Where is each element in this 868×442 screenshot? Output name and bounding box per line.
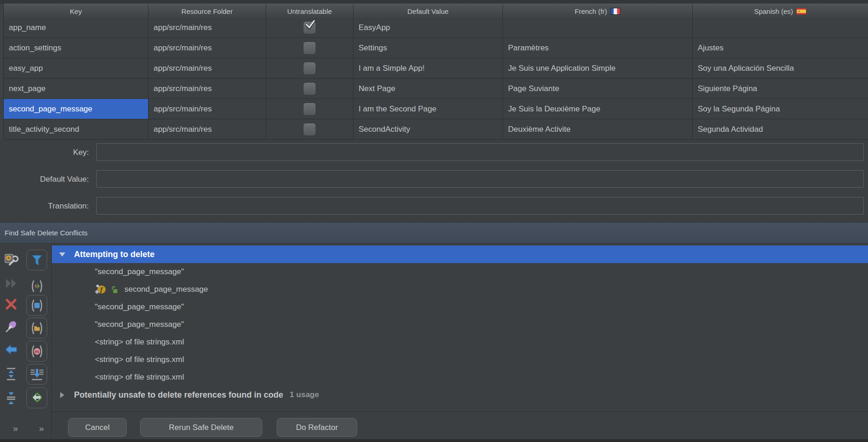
table-row-next_page[interactable]: next_page app/src/main/res Next Page Pag… [4, 79, 868, 99]
rerun-safe-delete-button[interactable]: Rerun Safe Delete [140, 418, 262, 437]
untranslatable-checkbox[interactable] [303, 103, 316, 116]
tree-group-label: Attempting to delete [74, 250, 155, 259]
tree-item[interactable]: "second_page_message" [52, 263, 868, 281]
cell-resource-folder[interactable]: app/src/main/res [149, 119, 266, 139]
cell-spanish[interactable] [693, 18, 868, 37]
cell-untranslatable[interactable] [266, 79, 353, 98]
cell-french[interactable]: Page Suviante [503, 79, 693, 98]
resume-icon[interactable] [3, 275, 19, 292]
column-header-untranslatable[interactable]: Untranslatable [266, 4, 353, 18]
cell-french[interactable]: Je Suis la Deuxième Page [503, 99, 693, 119]
cell-resource-folder[interactable]: app/src/main/res [149, 79, 266, 98]
tri-right-icon[interactable] [58, 392, 66, 399]
cell-default-value[interactable]: I am a Simple App! [353, 58, 503, 78]
translation-field[interactable] [96, 197, 864, 215]
column-header-resource-folder[interactable]: Resource Folder [149, 4, 266, 18]
cell-key[interactable]: title_activity_second [4, 119, 149, 139]
tree-item[interactable]: "second_page_message" [52, 316, 868, 333]
cell-resource-folder[interactable]: app/src/main/res [149, 38, 266, 58]
table-row-action_settings[interactable]: action_settings app/src/main/res Setting… [4, 38, 868, 58]
tree-group-expanded[interactable]: Attempting to delete [52, 246, 868, 263]
spain-flag [796, 8, 806, 15]
table-row-title_activity_second[interactable]: title_activity_second app/src/main/res S… [4, 119, 868, 140]
settings-icon[interactable] [3, 252, 19, 269]
pin-icon[interactable] [3, 318, 19, 335]
cell-spanish[interactable]: Segunda Actividad [693, 119, 868, 139]
group-by-directory-icon[interactable] [26, 318, 47, 338]
tree-item[interactable]: "second_page_message" [52, 298, 868, 316]
unlock-icon [111, 286, 118, 294]
tree-item-label: "second_page_message" [95, 302, 184, 312]
table-row-easy_app[interactable]: easy_app app/src/main/res I am a Simple … [4, 58, 868, 79]
flatten-packages-icon[interactable] [26, 364, 47, 385]
cell-default-value[interactable]: I am the Second Page [353, 99, 503, 119]
tree-group-collapsed[interactable]: Potentially unsafe to delete references … [52, 386, 868, 404]
do-refactor-button[interactable]: Do Refactor [277, 418, 357, 437]
cell-key[interactable]: app_name [4, 18, 149, 37]
collapse-all-icon[interactable] [3, 390, 19, 406]
cell-default-value[interactable]: EasyApp [353, 18, 503, 37]
column-header-french-fr[interactable]: French (fr) [503, 4, 693, 18]
cell-untranslatable[interactable] [266, 119, 353, 139]
column-header-key[interactable]: Key [4, 4, 149, 18]
cell-key[interactable]: action_settings [4, 38, 149, 58]
filter-icon[interactable] [26, 250, 47, 270]
group-by-usage-type-icon[interactable] [26, 295, 47, 316]
cell-resource-folder[interactable]: app/src/main/res [149, 18, 266, 37]
column-header-label: Spanish (es) [754, 7, 793, 15]
tree-item[interactable]: <string> of file strings.xml [52, 368, 868, 386]
cell-french[interactable]: Paramètres [503, 38, 693, 58]
table-row-gutter [0, 4, 4, 140]
cell-key[interactable]: next_page [4, 79, 149, 98]
untranslatable-checkbox[interactable] [303, 82, 316, 95]
cell-default-value[interactable]: Settings [353, 38, 503, 58]
cell-spanish[interactable]: Siguiente Página [693, 79, 868, 98]
column-header-default-value[interactable]: Default Value [353, 4, 503, 18]
untranslatable-checkbox[interactable] [303, 62, 316, 75]
overflow-chevron-icon[interactable]: » [32, 424, 51, 434]
cell-spanish[interactable]: Ajustes [693, 38, 868, 58]
default-value-field[interactable] [96, 170, 864, 188]
untranslatable-checkbox[interactable] [303, 42, 316, 55]
cell-spanish[interactable]: Soy la Segunda Página [693, 99, 868, 119]
cell-untranslatable[interactable] [266, 18, 353, 37]
cell-resource-folder[interactable]: app/src/main/res [149, 58, 266, 78]
cell-french[interactable]: Deuxième Activite [503, 119, 693, 139]
key-field[interactable] [96, 143, 864, 161]
cell-default-value[interactable]: Next Page [353, 79, 503, 98]
cell-default-value[interactable]: SecondActivity [353, 119, 503, 139]
autoscroll-to-source-icon[interactable] [26, 387, 47, 408]
tree-item-field[interactable]: f second_page_message [52, 281, 868, 298]
tree-item[interactable]: <string> of file strings.xml [52, 333, 868, 351]
group-by-module-icon[interactable]: m [26, 341, 47, 362]
tree-item-label: "second_page_message" [95, 267, 184, 276]
untranslatable-checkbox[interactable] [303, 21, 316, 34]
column-header-spanish-es[interactable]: Spanish (es) [693, 4, 868, 18]
cell-key[interactable]: easy_app [4, 58, 149, 78]
cancel-button[interactable]: Cancel [68, 418, 127, 437]
ungroup-icon[interactable] [26, 276, 47, 296]
back-icon[interactable] [3, 341, 19, 358]
cell-untranslatable[interactable] [266, 38, 353, 58]
tree-item-label: <string> of file strings.xml [95, 338, 184, 347]
cell-resource-folder[interactable]: app/src/main/res [149, 99, 266, 119]
cell-spanish[interactable]: Soy una Aplicación Sencilla [693, 58, 868, 78]
tri-down-icon[interactable] [58, 252, 66, 257]
cell-french[interactable] [503, 18, 693, 37]
tree-item[interactable]: <string> of file strings.xml [52, 351, 868, 368]
usage-count-badge: 1 usage [290, 390, 319, 399]
column-header-label: Key [70, 7, 82, 15]
expand-all-icon[interactable] [3, 366, 19, 382]
tree-item-label: "second_page_message" [95, 320, 184, 329]
cell-key[interactable]: second_page_message [4, 99, 149, 119]
find-panel-header: Find Safe Delete Conflicts [0, 222, 868, 244]
cell-untranslatable[interactable] [266, 99, 353, 119]
toolbar-separator [51, 244, 52, 439]
cell-untranslatable[interactable] [266, 58, 353, 78]
untranslatable-checkbox[interactable] [303, 123, 316, 136]
table-row-second_page_message[interactable]: second_page_message app/src/main/res I a… [4, 99, 868, 119]
close-icon[interactable] [3, 296, 19, 313]
overflow-chevron-icon[interactable]: » [6, 424, 25, 434]
table-row-app_name[interactable]: app_name app/src/main/res EasyApp [4, 18, 868, 38]
cell-french[interactable]: Je Suis une Application Simple [503, 58, 693, 78]
